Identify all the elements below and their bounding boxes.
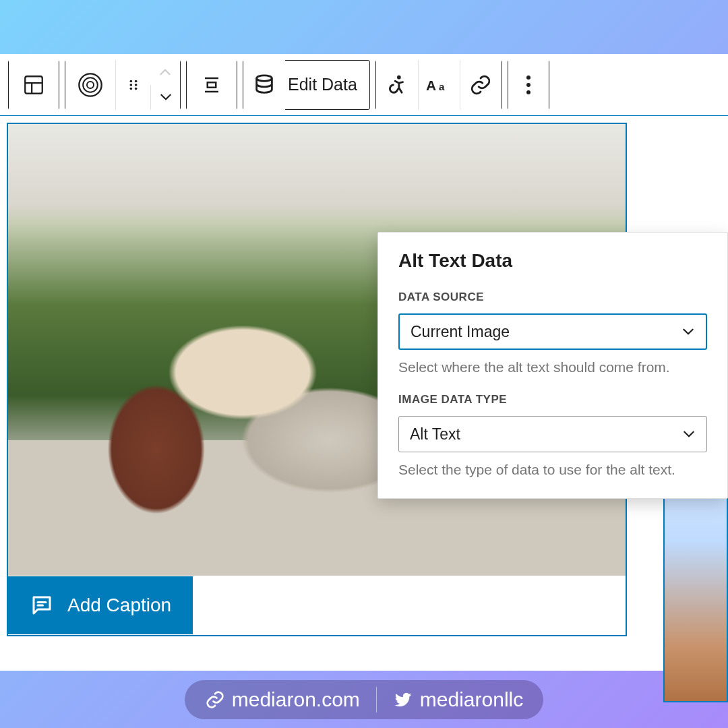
link-icon bbox=[469, 73, 492, 96]
svg-rect-0 bbox=[25, 76, 42, 94]
layout-button[interactable] bbox=[9, 60, 59, 110]
svg-point-3 bbox=[87, 82, 94, 88]
svg-point-5 bbox=[134, 80, 137, 82]
drag-handle-button[interactable] bbox=[115, 60, 150, 110]
caption-icon bbox=[30, 593, 54, 617]
svg-point-15 bbox=[526, 83, 530, 87]
data-source-selected: Current Image bbox=[411, 323, 510, 341]
promo-footer: mediaron.com mediaronllc bbox=[0, 671, 728, 728]
more-options-button[interactable] bbox=[508, 60, 549, 110]
drag-icon bbox=[126, 78, 141, 92]
block-toolbar: Edit Data Aa bbox=[0, 54, 728, 116]
twitter-text: mediaronllc bbox=[420, 688, 523, 711]
chevron-down-icon bbox=[682, 429, 696, 439]
svg-point-6 bbox=[129, 84, 132, 86]
site-badge[interactable]: mediaron.com bbox=[205, 688, 360, 711]
svg-text:a: a bbox=[439, 80, 445, 92]
svg-text:A: A bbox=[426, 77, 436, 92]
move-down-button[interactable] bbox=[150, 85, 180, 110]
image-data-type-select[interactable]: Alt Text bbox=[398, 416, 707, 452]
aperture-icon bbox=[77, 71, 104, 98]
svg-point-4 bbox=[129, 80, 132, 82]
svg-point-16 bbox=[526, 90, 530, 94]
more-vertical-icon bbox=[526, 75, 531, 95]
link-button[interactable] bbox=[460, 60, 502, 110]
svg-point-7 bbox=[134, 84, 137, 86]
svg-point-14 bbox=[526, 75, 530, 80]
data-source-label: DATA SOURCE bbox=[398, 291, 707, 304]
block-type-button[interactable] bbox=[65, 60, 115, 110]
accessibility-icon bbox=[386, 73, 408, 96]
svg-point-9 bbox=[134, 87, 137, 90]
svg-point-8 bbox=[129, 87, 132, 90]
image-data-type-help: Select the type of data to use for the a… bbox=[398, 462, 707, 478]
site-text: mediaron.com bbox=[232, 688, 360, 711]
svg-point-10 bbox=[257, 75, 272, 81]
chevron-down-icon bbox=[159, 92, 173, 102]
link-icon bbox=[205, 690, 225, 710]
accessibility-button[interactable] bbox=[376, 60, 418, 110]
svg-point-11 bbox=[397, 75, 401, 79]
chevron-down-icon bbox=[681, 327, 695, 336]
image-data-type-label: IMAGE DATA TYPE bbox=[398, 393, 707, 406]
database-icon bbox=[253, 73, 276, 96]
align-icon bbox=[202, 75, 222, 95]
add-caption-button[interactable]: Add Caption bbox=[8, 576, 193, 634]
data-source-select[interactable]: Current Image bbox=[398, 313, 707, 350]
popover-title: Alt Text Data bbox=[398, 250, 707, 272]
footer-divider bbox=[376, 687, 377, 712]
alt-text-popover: Alt Text Data DATA SOURCE Current Image … bbox=[377, 232, 728, 499]
chevron-up-icon bbox=[158, 67, 172, 77]
typography-icon: Aa bbox=[426, 75, 452, 95]
data-source-help: Select where the alt text should come fr… bbox=[398, 359, 707, 375]
alignment-button[interactable] bbox=[187, 60, 237, 110]
svg-point-2 bbox=[83, 78, 98, 92]
move-up-button[interactable] bbox=[150, 60, 180, 85]
edit-data-label: Edit Data bbox=[285, 75, 369, 94]
caption-area: Add Caption bbox=[8, 576, 626, 635]
add-caption-label: Add Caption bbox=[67, 595, 171, 616]
image-data-type-selected: Alt Text bbox=[410, 425, 460, 444]
twitter-icon bbox=[393, 690, 413, 710]
twitter-badge[interactable]: mediaronllc bbox=[393, 688, 523, 711]
edit-data-button[interactable] bbox=[243, 60, 285, 110]
layout-icon bbox=[22, 73, 45, 96]
typography-button[interactable]: Aa bbox=[418, 60, 460, 110]
